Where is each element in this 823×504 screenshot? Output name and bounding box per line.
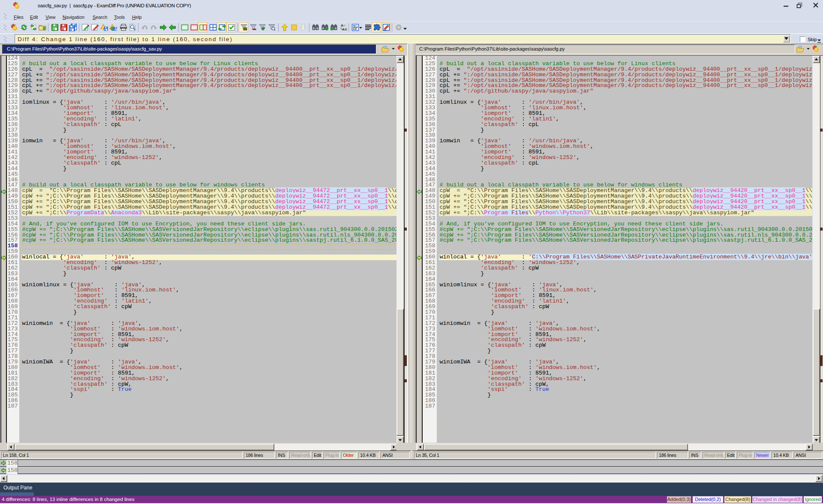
svg-text:B: B — [345, 27, 347, 31]
svg-text:B: B — [343, 24, 346, 27]
